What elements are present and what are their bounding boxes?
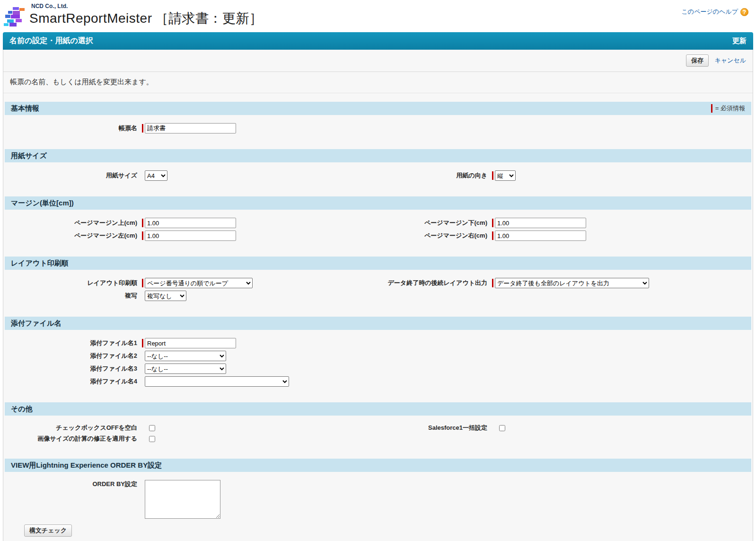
required-marker-off bbox=[142, 364, 143, 373]
company-name: NCD Co., Ltd. bbox=[31, 3, 263, 9]
section-title: 添付ファイル名 bbox=[11, 319, 61, 328]
field-label: 用紙の向き bbox=[378, 171, 492, 180]
syntax-check-row: 構文チェック bbox=[24, 524, 753, 537]
attach2-select[interactable]: --なし-- bbox=[145, 351, 226, 361]
required-marker-icon bbox=[492, 219, 493, 227]
section-body-paper: 用紙サイズ A4 用紙の向き 縦 bbox=[3, 162, 753, 188]
required-marker-icon bbox=[142, 124, 143, 133]
field-attach3: 添付ファイル名3 --なし-- bbox=[3, 364, 378, 374]
form-row: 添付ファイル名4 bbox=[3, 376, 753, 387]
form-row: ORDER BY設定 bbox=[3, 480, 753, 519]
attach3-select[interactable]: --なし-- bbox=[145, 364, 226, 374]
orientation-select[interactable]: 縦 bbox=[495, 170, 516, 181]
attach1-input[interactable] bbox=[145, 338, 236, 348]
field-label: 添付ファイル名1 bbox=[3, 339, 142, 347]
form-row: ページマージン上(cm) ページマージン下(cm) bbox=[3, 218, 753, 228]
field-attach1: 添付ファイル名1 bbox=[3, 338, 378, 348]
titlebar-title: 名前の設定・用紙の選択 bbox=[9, 36, 93, 46]
save-button[interactable]: 保存 bbox=[686, 54, 709, 67]
field-label: ページマージン上(cm) bbox=[3, 219, 142, 227]
section-header-paper: 用紙サイズ bbox=[5, 149, 751, 162]
field-label: レイアウト印刷順 bbox=[3, 279, 142, 287]
page-mode-title: ［請求書：更新］ bbox=[155, 11, 263, 26]
required-marker-icon bbox=[492, 171, 493, 180]
data-end-output-select[interactable]: データ終了後も全部のレイアウトを出力 bbox=[495, 278, 649, 288]
empty-cell bbox=[378, 480, 753, 519]
form-row: 複写 複写なし bbox=[3, 291, 753, 301]
attach4-select[interactable] bbox=[145, 376, 289, 387]
section-title: 用紙サイズ bbox=[11, 151, 47, 160]
page-description: 帳票の名前、もしくは用紙を変更出来ます。 bbox=[3, 72, 753, 93]
margin-right-input[interactable] bbox=[495, 231, 586, 241]
copy-select[interactable]: 複写なし bbox=[145, 291, 186, 301]
page-title: SmartReportMeister［請求書：更新］ bbox=[29, 9, 263, 27]
field-image-size-fix: 画像サイズの計算の修正を適用する bbox=[3, 435, 378, 443]
field-attach2: 添付ファイル名2 --なし-- bbox=[3, 351, 378, 361]
required-marker-icon bbox=[142, 219, 143, 227]
section-title: 基本情報 bbox=[11, 104, 39, 113]
required-marker-icon bbox=[492, 279, 493, 287]
form-row: 添付ファイル名3 --なし-- bbox=[3, 364, 753, 374]
required-marker-off bbox=[142, 435, 143, 443]
margin-bottom-input[interactable] bbox=[495, 218, 586, 228]
section-header-attach: 添付ファイル名 bbox=[5, 317, 751, 330]
form-row: ページマージン左(cm) ページマージン右(cm) bbox=[3, 231, 753, 241]
paper-size-select[interactable]: A4 bbox=[145, 170, 167, 181]
field-label: 複写 bbox=[3, 292, 142, 300]
required-marker-icon bbox=[711, 104, 712, 113]
field-sf1-batch: Salesforce1一括設定 bbox=[378, 424, 753, 432]
field-label: 用紙サイズ bbox=[3, 171, 142, 180]
field-label: データ終了時の後続レイアウト出力 bbox=[378, 279, 492, 287]
field-margin-right: ページマージン右(cm) bbox=[378, 231, 753, 241]
field-attach4: 添付ファイル名4 bbox=[3, 376, 378, 387]
required-marker-off bbox=[142, 377, 143, 386]
app-title: SmartReportMeister bbox=[29, 11, 152, 26]
required-marker-icon bbox=[142, 279, 143, 287]
field-label: Salesforce1一括設定 bbox=[378, 424, 492, 432]
empty-cell bbox=[378, 123, 753, 133]
form-row: 添付ファイル名2 --なし-- bbox=[3, 351, 753, 361]
field-margin-left: ページマージン左(cm) bbox=[3, 231, 378, 241]
order-by-textarea[interactable] bbox=[145, 480, 220, 519]
top-toolbar: 保存 キャンセル bbox=[3, 50, 753, 72]
margin-left-input[interactable] bbox=[145, 231, 236, 241]
empty-cell bbox=[378, 338, 753, 348]
field-paper-size: 用紙サイズ A4 bbox=[3, 170, 378, 181]
form-name-input[interactable] bbox=[145, 123, 236, 133]
app-logo-icon bbox=[4, 7, 26, 28]
sf1-batch-checkbox[interactable] bbox=[499, 425, 505, 431]
field-orientation: 用紙の向き 縦 bbox=[378, 170, 753, 181]
required-marker-off bbox=[142, 424, 143, 432]
form-row: レイアウト印刷順 ページ番号通りの順でループ データ終了時の後続レイアウト出力 … bbox=[3, 278, 753, 288]
required-marker-off bbox=[142, 292, 143, 300]
form-row: 帳票名 bbox=[3, 123, 753, 133]
brand-text: NCD Co., Ltd. SmartReportMeister［請求書：更新］ bbox=[29, 3, 263, 27]
field-label: ページマージン左(cm) bbox=[3, 231, 142, 240]
required-marker-off bbox=[142, 480, 143, 488]
form-row: 添付ファイル名1 bbox=[3, 338, 753, 348]
required-marker-off bbox=[492, 424, 493, 432]
required-marker-off bbox=[142, 352, 143, 360]
field-order-by: ORDER BY設定 bbox=[3, 480, 378, 519]
required-marker-icon bbox=[492, 231, 493, 240]
field-form-name: 帳票名 bbox=[3, 123, 378, 133]
help-link[interactable]: このページのヘルプ bbox=[682, 8, 738, 16]
syntax-check-button[interactable]: 構文チェック bbox=[24, 524, 72, 537]
field-layout-order: レイアウト印刷順 ページ番号通りの順でループ bbox=[3, 278, 378, 288]
image-size-fix-checkbox[interactable] bbox=[149, 436, 155, 442]
section-body-basic: 帳票名 bbox=[3, 115, 753, 141]
cancel-link[interactable]: キャンセル bbox=[714, 57, 746, 64]
checkbox-off-blank-checkbox[interactable] bbox=[149, 425, 155, 431]
form-row: チェックボックスOFFを空白 Salesforce1一括設定 bbox=[3, 424, 753, 432]
section-title: レイアウト印刷順 bbox=[11, 259, 69, 268]
margin-top-input[interactable] bbox=[145, 218, 236, 228]
field-label: ORDER BY設定 bbox=[3, 480, 142, 488]
section-body-other: チェックボックスOFFを空白 Salesforce1一括設定 画像サイズの計算の… bbox=[3, 416, 753, 450]
section-body-layout: レイアウト印刷順 ページ番号通りの順でループ データ終了時の後続レイアウト出力 … bbox=[3, 270, 753, 308]
layout-order-select[interactable]: ページ番号通りの順でループ bbox=[145, 278, 253, 288]
help-icon[interactable]: ? bbox=[740, 8, 748, 16]
page-header: NCD Co., Ltd. SmartReportMeister［請求書：更新］… bbox=[0, 0, 756, 32]
required-legend-text: = 必須情報 bbox=[715, 104, 745, 113]
field-label: ページマージン下(cm) bbox=[378, 219, 492, 227]
empty-cell bbox=[378, 364, 753, 374]
